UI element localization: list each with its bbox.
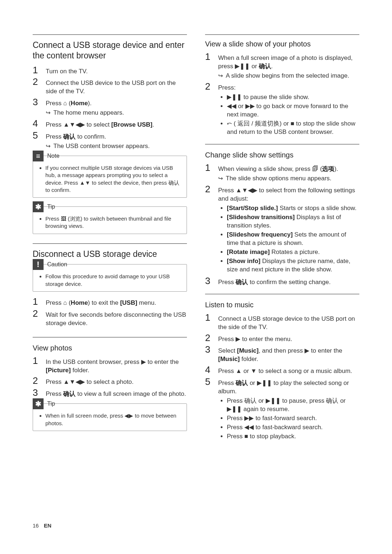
step: Wait for five seconds before disconnecti… [33,309,187,328]
result: A slide show begins from the selected im… [218,72,359,80]
callout-text: If you connect multiple USB storage devi… [45,164,181,194]
bullet: ▶❚❚ to pause the slide show. [227,93,359,102]
t: , and then press [258,347,305,354]
t: Press [218,368,236,374]
t: to select a photo. [85,378,134,385]
callout-label: Tip [47,401,55,407]
t: [Music] [237,347,259,354]
callout-body: Press 🖽 (浏览) to switch between thumbnail… [38,215,181,230]
t: Select [218,347,237,354]
t: Press [46,390,63,397]
callout-text: When in full screen mode, press ◀▶ to mo… [45,412,181,427]
bullet: [Rotate image] Rotates a picture. [227,248,359,257]
t: [Slideshow transitions] [227,214,295,221]
divider [33,337,187,337]
divider [205,294,359,294]
divider [33,243,187,244]
step: Connect the USB device to the USB port o… [33,77,187,96]
nav-icon: ▲▼◀▶ [63,121,85,129]
t: The USB content browser appears. [53,142,187,151]
t: ( [318,165,322,172]
bullet: Press 确认 or ▶❚❚ to pause, press 确认 or ▶❚… [227,397,359,414]
step-text: Turn on the TV. [46,67,187,76]
play-icon: ▶ [236,335,240,344]
section-title: Listen to music [205,301,359,309]
step: Press ▲▼◀▶ to select [Browse USB]. [33,119,187,129]
step-text: Wait for five seconds before disconnecti… [46,311,187,328]
t: [USB] [120,299,137,306]
t: The slide show options menu appears. [226,175,359,183]
bullet: [Slideshow transitions] Displays a list … [227,213,359,230]
t: or [242,368,251,374]
note-icon [33,151,44,161]
step-text: Connect a USB storage device to the USB … [218,315,359,332]
bullet-list: ▶❚❚ to pause the slide show. ◀◀ or ▶▶ to… [218,93,359,136]
t: . [152,121,154,128]
t: menu. [137,299,156,306]
section-title: Disconnect a USB storage device [33,249,187,259]
t: [Music] [218,356,240,362]
t: [Show info] [227,258,261,264]
callout-label: Note [47,153,60,159]
bullet: [Start/Stop slide.] Starts or stops a sl… [227,204,359,213]
page-footer: 16 EN [33,522,52,529]
t: ( [67,100,70,107]
cjk-text: 确认 [236,279,248,286]
step-text: Connect the USB device to the USB port o… [46,79,187,96]
play-icon: ▶ [305,347,309,355]
section-title: Connect a USB storage device and enter t… [33,40,187,61]
callout-label: Tip [47,204,55,210]
step: Connect a USB storage device to the USB … [205,313,359,332]
t: or [248,379,257,386]
step: In the USB content browser, press ▶ to e… [33,356,187,375]
section-title: Change slide show settings [205,151,359,159]
callout-head: Caution [33,259,181,270]
steps-list: Press ⌂ (Home) to exit the [USB] menu. W… [33,297,187,328]
step: Press 确认 to confirm the setting change. [205,276,359,287]
step: Press: ▶❚❚ to pause the slide show. ◀◀ o… [205,82,359,137]
steps-list: Connect a USB storage device to the USB … [205,313,359,442]
t: or [250,63,259,70]
bullet: ◀◀ or ▶▶ to go back or move forward to t… [227,102,359,119]
t: folder. [240,356,258,362]
tip-icon [33,201,44,212]
nav-icon: ▲▼◀▶ [63,378,85,386]
section-title: View photos [33,344,187,352]
step: Press 确认 or ▶❚❚ to play the selected son… [205,377,359,442]
steps-list: When a full screen image of a photo is d… [205,52,359,137]
cjk-text: 确认 [259,63,271,70]
t: Press [218,187,236,194]
home-icon: ⌂ [63,299,67,307]
t: [Picture] [46,367,71,374]
t: [Browse USB] [111,121,152,128]
t: Starts or stops a slide show. [278,205,356,212]
callout-label: Caution [47,261,67,268]
t: In the USB content browser, press [46,358,141,365]
step-text: When viewing a slide show, press 🗐 (选项).… [218,165,359,183]
result: The home menu appears. [46,109,187,117]
step: Press 确认 to confirm. The USB content bro… [33,131,187,151]
bullet-list: Press 确认 or ▶❚❚ to pause, press 确认 or ▶❚… [218,397,359,441]
nav-icon: ▲▼◀▶ [236,186,257,195]
divider [205,144,359,144]
step-text: Press 确认 or ▶❚❚ to play the selected son… [218,379,359,442]
bullet: [Slideshow frequency] Sets the amount of… [227,231,359,247]
t: to enter the menu. [240,336,292,342]
note-callout: Note If you connect multiple USB storage… [33,156,187,198]
t: to enter the [309,347,342,354]
step-text: Press ⌂ (Home) to exit the [USB] menu. [46,299,187,307]
bullet: Press ◀◀ to fast-backward search. [227,423,359,432]
play-pause-icon: ▶❚❚ [235,62,250,71]
callout-head: Tip [33,398,181,409]
cjk-text: 确认 [63,133,75,140]
cjk-text: 选项 [322,165,334,172]
step-text: Press ▲ or ▼ to select a song or a music… [218,367,359,376]
callout-head: Note [33,151,181,161]
result: The USB content browser appears. [46,142,187,151]
t: Press [218,279,236,286]
caution-callout: Caution Follow this procedure to avoid d… [33,264,187,292]
t: Press: [218,84,236,91]
callout-body: Follow this procedure to avoid damage to… [38,273,181,288]
t: ) to exit the [88,299,120,306]
t: . [271,63,273,70]
